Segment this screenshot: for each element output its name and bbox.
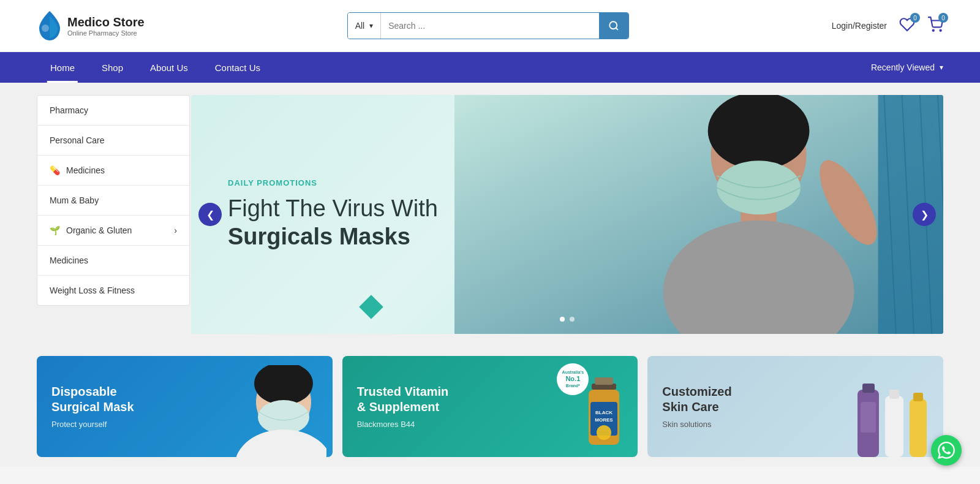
promo-card-mask[interactable]: DisposableSurgical Mask Protect yourself (37, 356, 333, 457)
slider-dot-1[interactable] (560, 317, 565, 322)
chevron-left-icon: ❮ (206, 209, 214, 221)
logo-icon (37, 10, 62, 42)
promo-card-vitamin[interactable]: Trusted Vitamin& Supplement Blackmores B… (342, 356, 638, 457)
search-button[interactable] (599, 13, 628, 39)
sidebar-item-medicines[interactable]: 💊 Medicines (37, 156, 189, 186)
sidebar-label-weight-loss: Weight Loss & Fitness (50, 285, 135, 295)
svg-point-21 (235, 429, 326, 457)
svg-point-0 (42, 25, 49, 32)
wishlist-icon-wrapper[interactable]: 0 (899, 17, 915, 35)
promo-cards: DisposableSurgical Mask Protect yourself… (0, 346, 980, 467)
search-bar: All (347, 12, 629, 39)
slider-prev-button[interactable]: ❮ (198, 203, 222, 226)
slider-dots (560, 317, 575, 322)
recently-viewed-dropdown[interactable]: Recently Viewed (871, 62, 943, 72)
whatsapp-button[interactable] (931, 435, 962, 466)
nav-links: Home Shop About Us Contact Us (37, 52, 274, 83)
medicines-icon: 💊 (50, 165, 60, 175)
logo-text: Medico Store Online Pharmacy Store (67, 15, 145, 37)
svg-rect-32 (885, 396, 903, 457)
svg-text:BLACK: BLACK (595, 410, 612, 415)
nav-link-shop[interactable]: Shop (88, 52, 137, 83)
search-category-dropdown[interactable]: All (348, 13, 382, 39)
sidebar-label-medicines-2: Medicines (50, 255, 88, 265)
sidebar-label-personal-care: Personal Care (50, 135, 105, 145)
svg-point-1 (609, 21, 617, 29)
hero-title: Fight The Virus With Surgicals Masks (228, 195, 438, 251)
hero-slider: DAILY PROMOTIONS Fight The Virus With Su… (191, 95, 943, 334)
cart-icon-wrapper[interactable]: 0 (927, 17, 943, 35)
sidebar-item-personal-care[interactable]: Personal Care (37, 126, 189, 156)
svg-rect-34 (910, 399, 927, 457)
sidebar-item-mum-baby[interactable]: Mum & Baby (37, 186, 189, 216)
top-right: Login/Register 0 0 (832, 17, 943, 35)
sidebar-item-pharmacy[interactable]: Pharmacy (37, 96, 189, 126)
logo[interactable]: Medico Store Online Pharmacy Store (37, 10, 145, 42)
svg-point-27 (597, 425, 611, 440)
svg-point-4 (940, 30, 941, 31)
nav-link-about[interactable]: About Us (137, 52, 202, 83)
svg-line-2 (616, 28, 617, 29)
svg-rect-31 (861, 402, 876, 433)
svg-rect-30 (862, 384, 875, 393)
search-input[interactable] (381, 13, 598, 39)
whatsapp-icon (938, 442, 955, 459)
logo-title: Medico Store (67, 15, 145, 29)
svg-point-3 (933, 30, 934, 31)
chevron-right-icon: ❯ (921, 209, 929, 221)
svg-point-20 (258, 400, 309, 434)
logo-subtitle: Online Pharmacy Store (67, 29, 145, 37)
wishlist-count: 0 (910, 13, 920, 23)
search-icon (608, 20, 619, 31)
sidebar: Pharmacy Personal Care 💊 Medicines Mum &… (37, 95, 190, 306)
slider-next-button[interactable]: ❯ (913, 203, 936, 226)
hero-promo-label: DAILY PROMOTIONS (228, 178, 317, 187)
chevron-right-icon: › (174, 225, 177, 235)
svg-text:MORES: MORES (595, 417, 614, 423)
login-register-link[interactable]: Login/Register (832, 21, 887, 31)
svg-rect-28 (595, 377, 613, 385)
svg-rect-33 (889, 390, 899, 399)
hero-title-line1: Fight The Virus With (228, 195, 438, 221)
nav-link-home[interactable]: Home (37, 52, 88, 83)
slider-dot-2[interactable] (570, 317, 575, 322)
sidebar-label-mum-baby: Mum & Baby (50, 195, 99, 205)
sidebar-item-weight-loss[interactable]: Weight Loss & Fitness (37, 276, 189, 305)
no1-badge: Australia's No.1 Brand* (557, 363, 589, 395)
svg-rect-35 (913, 393, 923, 401)
top-bar: Medico Store Online Pharmacy Store All L… (0, 0, 980, 52)
cart-count: 0 (938, 13, 948, 23)
main-content: Pharmacy Personal Care 💊 Medicines Mum &… (0, 83, 980, 346)
sidebar-item-medicines-2[interactable]: Medicines (37, 246, 189, 276)
sidebar-label-medicines: Medicines (66, 165, 105, 175)
hero-overlay: DAILY PROMOTIONS Fight The Virus With Su… (191, 95, 943, 334)
hero-title-line2: Surgicals Masks (228, 224, 410, 249)
promo-card-skincare[interactable]: CustomizedSkin Care Skin solutions (647, 356, 943, 457)
sidebar-label-organic: Organic & Gluten (66, 225, 132, 235)
nav-link-contact[interactable]: Contact Us (202, 52, 274, 83)
sidebar-label-pharmacy: Pharmacy (50, 105, 88, 115)
nav-bar: Home Shop About Us Contact Us Recently V… (0, 52, 980, 83)
organic-icon: 🌱 (50, 225, 60, 235)
sidebar-item-organic-gluten[interactable]: 🌱 Organic & Gluten › (37, 216, 189, 246)
